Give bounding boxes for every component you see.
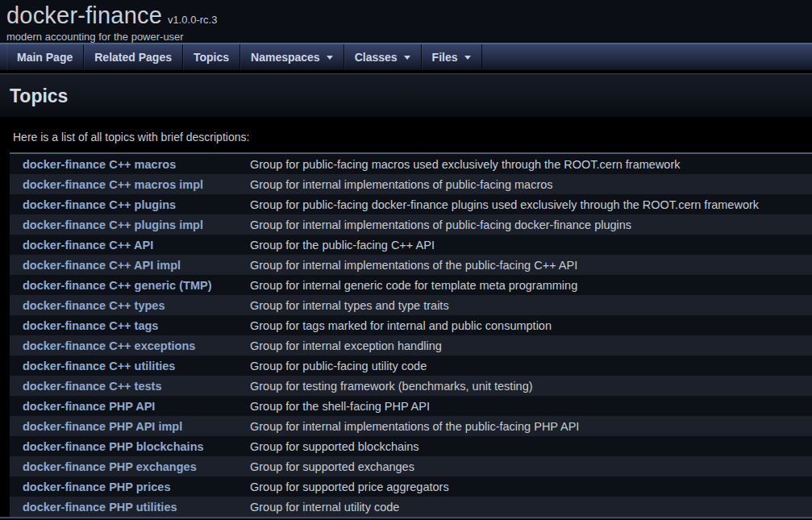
- project-version: v1.0.0-rc.3: [168, 14, 217, 26]
- topic-link[interactable]: docker-finance C++ API: [23, 239, 153, 252]
- table-row: docker-finance C++ macros impl Group for…: [10, 174, 812, 194]
- table-row: docker-finance C++ API Group for the pub…: [10, 235, 812, 255]
- topic-name-cell: docker-finance C++ tags: [10, 319, 250, 332]
- nav-tab-label: Namespaces: [251, 51, 320, 64]
- topic-name-cell: docker-finance PHP prices: [10, 480, 250, 493]
- topics-table: docker-finance C++ macros Group for publ…: [10, 152, 812, 517]
- table-row: docker-finance C++ exceptions Group for …: [10, 335, 812, 356]
- topic-link[interactable]: docker-finance PHP API: [23, 400, 155, 413]
- main-nav: Main Page Related Pages Topics Namespace…: [0, 43, 812, 70]
- table-row: docker-finance PHP utilities Group for i…: [10, 497, 812, 517]
- topic-link[interactable]: docker-finance C++ plugins: [23, 198, 176, 211]
- page-title: Topics: [10, 85, 802, 107]
- topic-name-cell: docker-finance C++ tests: [10, 380, 250, 393]
- topic-name-cell: docker-finance C++ types: [10, 299, 250, 312]
- topic-name-cell: docker-finance C++ plugins impl: [10, 218, 250, 231]
- topic-name-cell: docker-finance PHP exchanges: [10, 460, 250, 473]
- topic-description: Group for tags marked for internal and p…: [250, 319, 812, 332]
- nav-tab-classes[interactable]: Classes: [344, 44, 422, 70]
- table-row: docker-finance C++ generic (TMP) Group f…: [10, 275, 812, 295]
- table-row: docker-finance PHP exchanges Group for s…: [10, 456, 812, 476]
- table-row: docker-finance C++ macros Group for publ…: [10, 154, 812, 174]
- topic-link[interactable]: docker-finance C++ utilities: [23, 360, 175, 372]
- table-row: docker-finance C++ plugins impl Group fo…: [10, 214, 812, 235]
- table-row: docker-finance C++ plugins Group for pub…: [10, 194, 812, 214]
- title-area: docker-financev1.0.0-rc.3 modern account…: [0, 0, 812, 43]
- table-row: docker-finance C++ tests Group for testi…: [10, 376, 812, 396]
- topic-link[interactable]: docker-finance PHP API impl: [23, 420, 182, 433]
- topic-link[interactable]: docker-finance C++ macros impl: [23, 178, 203, 191]
- nav-tab-label: Topics: [194, 51, 229, 64]
- chevron-down-icon: [464, 56, 471, 60]
- topic-name-cell: docker-finance C++ generic (TMP): [10, 279, 250, 292]
- topic-link[interactable]: docker-finance PHP blockchains: [23, 440, 204, 453]
- nav-tab-label: Files: [432, 51, 458, 64]
- project-title-line: docker-financev1.0.0-rc.3: [6, 2, 812, 29]
- topic-name-cell: docker-finance C++ utilities: [10, 360, 250, 372]
- topic-name-cell: docker-finance C++ plugins: [10, 198, 250, 211]
- topic-description: Group for supported blockchains: [250, 440, 812, 453]
- topic-description: Group for internal utility code: [250, 501, 812, 514]
- nav-tab-label: Main Page: [17, 51, 73, 64]
- topic-link[interactable]: docker-finance PHP prices: [23, 480, 170, 493]
- topic-name-cell: docker-finance C++ API impl: [10, 259, 250, 272]
- nav-tab-related-pages[interactable]: Related Pages: [84, 44, 183, 70]
- topic-link[interactable]: docker-finance C++ tests: [23, 380, 161, 393]
- nav-tab-files[interactable]: Files: [422, 44, 482, 70]
- table-row: docker-finance PHP API Group for the she…: [10, 396, 812, 416]
- nav-tab-label: Related Pages: [94, 51, 172, 64]
- topic-description: Group for internal generic code for temp…: [250, 279, 812, 292]
- contents: Here is a list of all topics with brief …: [0, 131, 812, 519]
- topic-description: Group for internal implementations of pu…: [250, 218, 812, 231]
- topic-description: Group for public-facing docker-finance p…: [250, 198, 812, 211]
- topic-link[interactable]: docker-finance C++ generic (TMP): [23, 279, 211, 292]
- topic-name-cell: docker-finance PHP API impl: [10, 420, 250, 433]
- topic-description: Group for internal implementations of pu…: [250, 178, 812, 191]
- topic-description: Group for the shell-facing PHP API: [250, 400, 812, 413]
- topic-description: Group for the public-facing C++ API: [250, 239, 812, 252]
- table-row: docker-finance C++ tags Group for tags m…: [10, 315, 812, 335]
- topic-link[interactable]: docker-finance C++ API impl: [23, 259, 181, 272]
- table-row: docker-finance PHP blockchains Group for…: [10, 436, 812, 456]
- topic-description: Group for public-facing utility code: [250, 360, 812, 372]
- topic-description: Group for testing framework (benchmarks,…: [250, 380, 812, 393]
- topic-name-cell: docker-finance PHP blockchains: [10, 440, 250, 453]
- nav-tab-main-page[interactable]: Main Page: [6, 44, 84, 70]
- table-row: docker-finance C++ utilities Group for p…: [10, 356, 812, 376]
- topic-link[interactable]: docker-finance C++ macros: [23, 158, 176, 171]
- topic-name-cell: docker-finance PHP API: [10, 400, 250, 413]
- topic-name-cell: docker-finance C++ macros impl: [10, 178, 250, 191]
- partial-next-row: [0, 517, 812, 519]
- nav-tab-topics[interactable]: Topics: [183, 44, 240, 70]
- topic-link[interactable]: docker-finance C++ plugins impl: [23, 218, 203, 231]
- topic-link[interactable]: docker-finance PHP utilities: [23, 501, 177, 514]
- topic-description: Group for public-facing macros used excl…: [250, 158, 812, 171]
- topic-name-cell: docker-finance C++ macros: [10, 158, 250, 171]
- topic-name-cell: docker-finance C++ API: [10, 239, 250, 252]
- table-row: docker-finance C++ API impl Group for in…: [10, 255, 812, 275]
- project-brief: modern accounting for the power-user: [6, 31, 812, 43]
- chevron-down-icon: [327, 56, 333, 60]
- topic-name-cell: docker-finance C++ exceptions: [10, 339, 250, 352]
- nav-tab-label: Classes: [355, 51, 398, 64]
- topic-description: Group for supported exchanges: [250, 460, 812, 473]
- topic-link[interactable]: docker-finance C++ tags: [23, 319, 158, 332]
- chevron-down-icon: [404, 56, 410, 60]
- topic-description: Group for internal exception handling: [250, 339, 812, 352]
- topic-link[interactable]: docker-finance C++ exceptions: [23, 339, 195, 352]
- project-name: docker-finance: [6, 2, 162, 28]
- table-row: docker-finance C++ types Group for inter…: [10, 295, 812, 315]
- topic-description: Group for internal types and type traits: [250, 299, 812, 312]
- page-header: Topics: [0, 73, 812, 117]
- topic-description: Group for internal implementations of th…: [250, 259, 812, 272]
- nav-tab-namespaces[interactable]: Namespaces: [240, 44, 344, 70]
- topic-name-cell: docker-finance PHP utilities: [10, 501, 250, 514]
- intro-text: Here is a list of all topics with brief …: [13, 131, 812, 144]
- table-row: docker-finance PHP prices Group for supp…: [10, 476, 812, 497]
- topic-link[interactable]: docker-finance PHP exchanges: [23, 460, 197, 473]
- topic-link[interactable]: docker-finance C++ types: [23, 299, 165, 312]
- topic-description: Group for internal implementations of th…: [250, 420, 812, 433]
- table-row: docker-finance PHP API impl Group for in…: [10, 416, 812, 436]
- topic-description: Group for supported price aggregators: [250, 480, 812, 493]
